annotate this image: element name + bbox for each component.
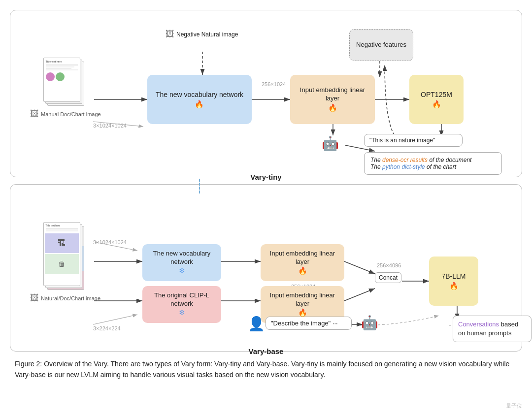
manual-doc-icon: 🖼 (30, 109, 39, 119)
fire-icon-vocab-tiny: 🔥 (195, 100, 204, 108)
vocab-network-label-base: The new vocabulary network (153, 250, 210, 265)
clip-network-box: The original CLIP-L network ❄ (142, 286, 221, 323)
robot-icon-tiny: 🤖 (322, 135, 339, 152)
robot-icon-base: 🤖 (361, 315, 378, 331)
describe-quote-box: "Describe the image" ··· (266, 317, 352, 330)
fire-icon-embed2: 🔥 (298, 308, 307, 317)
vary-tiny-diagram: Title text here 🖼 Manual Doc/Chart image (10, 10, 522, 177)
fire-icon-llm: 🔥 (449, 282, 459, 290)
dim-3x224: 3×224×224 (93, 325, 121, 331)
fire-icon-embed-tiny: 🔥 (328, 103, 337, 112)
python-dict-blue: python dict-style (382, 163, 425, 170)
natural-doc-image: 🏭 👩 Document Title Title text here (30, 222, 100, 303)
input-embed1-label: Input embedding linear layer (270, 250, 335, 265)
conversations-box: Conversations based on human prompts (453, 316, 532, 342)
opt125m-label: OPT125M (421, 91, 452, 98)
svg-line-18 (344, 289, 375, 301)
input-embed-box-tiny: Input embedding linear layer 🔥 (290, 75, 375, 124)
fire-icon-embed1: 🔥 (298, 266, 307, 275)
opt125m-box: OPT125M 🔥 (409, 75, 464, 124)
input-embed-label-tiny: Input embedding linear layer (300, 86, 365, 102)
vary-tiny-inner: Title text here 🖼 Manual Doc/Chart image (20, 18, 512, 169)
dense-ocr-line1: The dense-ocr results of the document (370, 157, 496, 163)
manual-doc-image: Title text here 🖼 Manual Doc/Chart image (30, 58, 101, 119)
watermark: 量子位 (506, 402, 522, 410)
svg-line-17 (344, 261, 375, 274)
negative-features-label: Negative features (356, 41, 406, 49)
llm-7b-label: 7B-LLM (441, 272, 466, 280)
neg-image-icon: 🖼 (166, 29, 174, 39)
nature-quote-box: "This is an nature image" (364, 134, 463, 147)
concat-box: Concat (375, 272, 401, 283)
dim-256x4096: 256×4096 (377, 262, 401, 268)
snow-icon-vocab: ❄ (179, 266, 185, 275)
dense-ocr-orange: dense-ocr results (382, 157, 428, 163)
neg-natural-image-area: 🖼 Negative Natural image (166, 29, 238, 39)
vocab-network-box-tiny: The new vocabulary network 🔥 (147, 75, 252, 124)
natural-doc-icon: 🖼 (30, 293, 39, 303)
vary-base-inner: 🏭 👩 Document Title Title text here (20, 192, 512, 343)
vocab-network-label-tiny: The new vocabulary network (156, 91, 243, 98)
input-embed2-label: Input embedding linear layer (270, 291, 335, 307)
input-embed1-box: Input embedding linear layer 🔥 (261, 244, 344, 281)
vary-base-diagram: 🏭 👩 Document Title Title text here (10, 184, 522, 352)
negative-features-box: Negative features (349, 29, 413, 61)
svg-line-25 (93, 315, 137, 324)
python-dict-line: The python dict-style of the chart (370, 163, 496, 170)
fire-icon-opt: 🔥 (432, 100, 441, 108)
concat-label: Concat (379, 274, 398, 281)
dim-256x1024-tiny: 256×1024 (262, 81, 286, 87)
snow-icon-clip: ❄ (179, 308, 185, 317)
conversations-label-colored: Conversations (458, 321, 501, 328)
figure-caption: Figure 2: Overview of the Vary. There ar… (10, 358, 522, 381)
connect-arrow (199, 179, 200, 193)
describe-label: "Describe the image" ··· (271, 320, 338, 327)
manual-doc-label: Manual Doc/Chart image (41, 111, 101, 117)
nature-quote-label: "This is an nature image" (369, 137, 435, 144)
dim-label-3x1024: 3×1024×1024 (93, 123, 127, 128)
dense-ocr-box: The dense-ocr results of the document Th… (364, 152, 502, 175)
person-icon: 👤 (248, 316, 265, 332)
vocab-network-box-base: The new vocabulary network ❄ (142, 244, 221, 281)
neg-natural-label: Negative Natural image (176, 31, 238, 38)
vary-base-label: Vary-base (20, 347, 512, 355)
dim-3x1024-base: 3×1024×1024 (93, 239, 127, 245)
natural-doc-label: Natural/Doc/Chart image (41, 295, 100, 301)
llm-7b-box: 7B-LLM 🔥 (429, 257, 478, 306)
clip-network-label: The original CLIP-L network (154, 291, 209, 307)
